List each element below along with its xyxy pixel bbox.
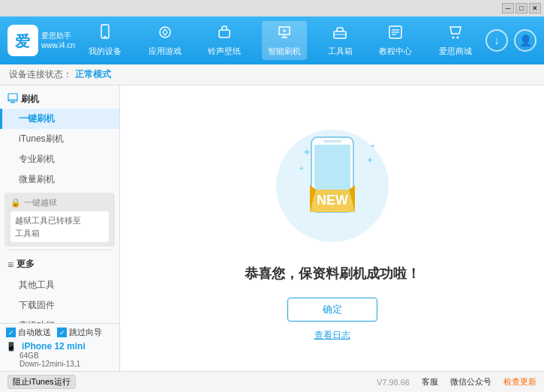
nav-ringtones[interactable]: 铃声壁纸: [202, 21, 247, 60]
locked-section: 🔒 一键越狱 越狱工具已转移至工具箱: [5, 193, 115, 247]
flash-header-icon: [8, 93, 18, 106]
lock-icon: 🔒: [11, 198, 21, 208]
nav-shop[interactable]: 爱思商城: [433, 21, 478, 60]
svg-text:NEW: NEW: [317, 193, 348, 208]
locked-text: 越狱工具已转移至工具箱: [11, 211, 109, 242]
ringtone-icon: [216, 24, 233, 44]
sidebar-item-micro-flash[interactable]: 微量刷机: [0, 169, 119, 190]
svg-point-12: [452, 37, 455, 39]
maximize-button[interactable]: □: [515, 3, 527, 13]
phone-svg: NEW ✦ ✦ ✦ ✦: [257, 115, 407, 265]
again-link[interactable]: 查看日志: [314, 329, 350, 342]
nav-tutorial[interactable]: 教程中心: [373, 21, 418, 60]
tutorial-icon: [387, 24, 404, 44]
download-button[interactable]: ↓: [485, 29, 508, 52]
logo-text: 爱思助手 www.i4.cn: [41, 31, 75, 50]
confirm-button[interactable]: 确定: [287, 298, 377, 322]
logo-icon: 爱: [8, 25, 38, 56]
wechat-link[interactable]: 微信公众号: [450, 376, 491, 388]
bottom-bar: 阻止iTunes运行 V7.98.66 客服 微信公众号 检查更新: [0, 371, 544, 392]
nav-items: 我的设备 应用游戏 铃声壁纸: [75, 21, 485, 60]
logo-area: 爱 爱思助手 www.i4.cn: [8, 25, 75, 56]
sidebar-divider: [8, 250, 112, 250]
close-button[interactable]: ✕: [529, 3, 541, 13]
nav-my-device[interactable]: 我的设备: [83, 21, 128, 60]
auto-dismiss-checkbox[interactable]: ✓ 自动敗送: [6, 327, 51, 338]
svg-text:爱: 爱: [15, 33, 30, 49]
device-icon: [97, 24, 113, 44]
locked-label: 🔒 一键越狱: [11, 197, 109, 208]
smart-flash-icon: [276, 24, 293, 44]
title-bar: ─ □ ✕: [0, 0, 544, 16]
user-button[interactable]: 👤: [514, 29, 536, 52]
auto-dismiss-check-box: ✓: [6, 328, 16, 337]
svg-text:✦: ✦: [366, 155, 374, 166]
device-info: 📱 iPhone 12 mini 64GB Down-12mini-13,1: [6, 341, 113, 368]
success-illustration: NEW ✦ ✦ ✦ ✦: [257, 115, 407, 265]
svg-text:✦: ✦: [299, 165, 305, 172]
checkbox-row: ✓ 自动敗送 ✓ 跳过向导: [6, 327, 113, 338]
flash-section-header: 刷机: [0, 90, 119, 109]
header-actions: ↓ 👤: [485, 29, 536, 52]
nav-apps-games[interactable]: 应用游戏: [143, 21, 188, 60]
version-label: V7.98.66: [377, 378, 410, 387]
more-icon: ≡: [8, 259, 14, 271]
sidebar-item-one-click-flash[interactable]: 一键刷机: [0, 109, 119, 129]
svg-rect-22: [323, 140, 341, 142]
sidebar-item-download-firmware[interactable]: 下载固件: [0, 295, 119, 316]
apps-icon: [157, 24, 173, 44]
itunes-status: 阻止iTunes运行: [8, 375, 76, 389]
svg-point-13: [457, 37, 459, 39]
more-section-header: ≡ 更多: [0, 253, 119, 275]
status-label: 设备连接状态：: [9, 68, 72, 81]
bottom-left: 阻止iTunes运行: [8, 375, 76, 389]
device-panel: ✓ 自动敗送 ✓ 跳过向导 📱 iPhone 12 mini 64GB Down…: [0, 323, 120, 371]
sidebar-item-itunes-flash[interactable]: iTunes刷机: [0, 129, 119, 149]
check-update-link[interactable]: 检查更新: [503, 376, 536, 388]
device-phone-icon: 📱: [6, 342, 17, 351]
nav-toolbox[interactable]: 工具箱: [322, 21, 359, 60]
svg-text:✦: ✦: [370, 142, 376, 150]
sidebar-item-other-tools[interactable]: 其他工具: [0, 275, 119, 295]
header: 爱 爱思助手 www.i4.cn 我的设备: [0, 16, 544, 64]
skip-wizard-check-box: ✓: [57, 328, 67, 337]
stop-itunes-button[interactable]: 阻止iTunes运行: [8, 375, 76, 389]
minimize-button[interactable]: ─: [502, 3, 514, 13]
shop-icon: [447, 24, 464, 44]
nav-smart-flash[interactable]: 智能刷机: [262, 21, 307, 60]
svg-text:✦: ✦: [302, 146, 311, 158]
svg-rect-5: [219, 30, 230, 37]
toolbox-icon: [332, 24, 348, 44]
content-area: NEW ✦ ✦ ✦ ✦ 恭喜您，保资料刷机成功啦！ 确定 查看日志: [120, 85, 544, 371]
skip-wizard-checkbox[interactable]: ✓ 跳过向导: [57, 327, 102, 338]
sidebar-item-pro-flash[interactable]: 专业刷机: [0, 149, 119, 169]
customer-service-link[interactable]: 客服: [422, 376, 438, 388]
status-value: 正常模式: [75, 68, 111, 81]
status-bar: 设备连接状态： 正常模式: [0, 64, 544, 85]
success-title: 恭喜您，保资料刷机成功啦！: [245, 265, 420, 283]
bottom-right: V7.98.66 客服 微信公众号 检查更新: [377, 376, 536, 388]
